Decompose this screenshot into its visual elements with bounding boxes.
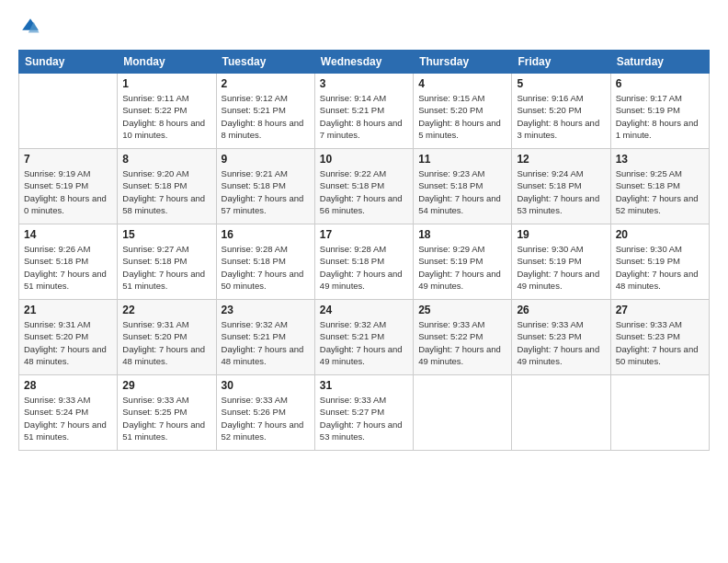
day-cell: 9 Sunrise: 9:21 AMSunset: 5:18 PMDayligh… [216, 149, 314, 224]
day-number: 30 [222, 379, 310, 392]
calendar-body: 1 Sunrise: 9:11 AMSunset: 5:22 PMDayligh… [19, 74, 710, 451]
day-cell: 6 Sunrise: 9:17 AMSunset: 5:19 PMDayligh… [610, 74, 709, 149]
day-cell: 30 Sunrise: 9:33 AMSunset: 5:26 PMDaylig… [216, 375, 314, 451]
day-info: Sunrise: 9:33 AMSunset: 5:22 PMDaylight:… [418, 318, 506, 367]
day-info: Sunrise: 9:17 AMSunset: 5:19 PMDaylight:… [616, 92, 704, 141]
week-row-4: 21 Sunrise: 9:31 AMSunset: 5:20 PMDaylig… [19, 300, 710, 375]
day-number: 2 [222, 77, 310, 90]
week-row-5: 28 Sunrise: 9:33 AMSunset: 5:24 PMDaylig… [19, 375, 710, 451]
day-info: Sunrise: 9:15 AMSunset: 5:20 PMDaylight:… [418, 92, 506, 141]
day-info: Sunrise: 9:20 AMSunset: 5:18 PMDaylight:… [122, 167, 210, 216]
day-cell [414, 375, 512, 451]
day-info: Sunrise: 9:25 AMSunset: 5:18 PMDaylight:… [616, 167, 704, 216]
day-info: Sunrise: 9:33 AMSunset: 5:23 PMDaylight:… [517, 318, 605, 367]
day-info: Sunrise: 9:30 AMSunset: 5:19 PMDaylight:… [517, 243, 605, 292]
day-number: 12 [517, 153, 605, 166]
day-number: 15 [122, 228, 210, 241]
header-cell-tuesday: Tuesday [216, 51, 314, 74]
day-number: 11 [418, 153, 506, 166]
day-cell: 20 Sunrise: 9:30 AMSunset: 5:19 PMDaylig… [610, 224, 709, 300]
day-number: 22 [122, 304, 210, 316]
day-cell: 28 Sunrise: 9:33 AMSunset: 5:24 PMDaylig… [19, 375, 118, 451]
day-info: Sunrise: 9:33 AMSunset: 5:23 PMDaylight:… [616, 318, 704, 367]
header-cell-thursday: Thursday [414, 51, 512, 74]
calendar: SundayMondayTuesdayWednesdayThursdayFrid… [18, 50, 710, 451]
day-number: 16 [222, 228, 310, 241]
day-cell: 19 Sunrise: 9:30 AMSunset: 5:19 PMDaylig… [512, 224, 610, 300]
day-cell: 25 Sunrise: 9:33 AMSunset: 5:22 PMDaylig… [414, 300, 512, 375]
day-cell: 16 Sunrise: 9:28 AMSunset: 5:18 PMDaylig… [216, 224, 314, 300]
day-number: 5 [517, 77, 605, 90]
day-number: 18 [418, 228, 506, 241]
day-cell: 22 Sunrise: 9:31 AMSunset: 5:20 PMDaylig… [118, 300, 216, 375]
day-info: Sunrise: 9:33 AMSunset: 5:24 PMDaylight:… [24, 394, 112, 442]
day-number: 28 [24, 379, 112, 392]
day-cell: 23 Sunrise: 9:32 AMSunset: 5:21 PMDaylig… [216, 300, 314, 375]
day-number: 7 [24, 153, 112, 166]
day-cell: 13 Sunrise: 9:25 AMSunset: 5:18 PMDaylig… [610, 149, 709, 224]
day-number: 26 [517, 304, 605, 316]
day-number: 21 [24, 304, 112, 316]
day-cell: 24 Sunrise: 9:32 AMSunset: 5:21 PMDaylig… [314, 300, 413, 375]
day-cell: 18 Sunrise: 9:29 AMSunset: 5:19 PMDaylig… [414, 224, 512, 300]
day-cell: 29 Sunrise: 9:33 AMSunset: 5:25 PMDaylig… [118, 375, 216, 451]
day-number: 8 [122, 153, 210, 166]
day-cell: 4 Sunrise: 9:15 AMSunset: 5:20 PMDayligh… [414, 74, 512, 149]
logo-icon [20, 17, 40, 37]
day-info: Sunrise: 9:29 AMSunset: 5:19 PMDaylight:… [418, 243, 506, 292]
day-cell: 21 Sunrise: 9:31 AMSunset: 5:20 PMDaylig… [19, 300, 118, 375]
day-cell: 7 Sunrise: 9:19 AMSunset: 5:19 PMDayligh… [19, 149, 118, 224]
week-row-2: 7 Sunrise: 9:19 AMSunset: 5:19 PMDayligh… [19, 149, 710, 224]
day-cell: 2 Sunrise: 9:12 AMSunset: 5:21 PMDayligh… [216, 74, 314, 149]
day-info: Sunrise: 9:33 AMSunset: 5:25 PMDaylight:… [122, 394, 210, 442]
day-number: 9 [222, 153, 310, 166]
calendar-header-row: SundayMondayTuesdayWednesdayThursdayFrid… [19, 51, 710, 74]
day-info: Sunrise: 9:33 AMSunset: 5:27 PMDaylight:… [320, 394, 408, 442]
day-cell: 8 Sunrise: 9:20 AMSunset: 5:18 PMDayligh… [118, 149, 216, 224]
day-number: 10 [320, 153, 408, 166]
day-number: 19 [517, 228, 605, 241]
page: SundayMondayTuesdayWednesdayThursdayFrid… [0, 0, 728, 563]
day-number: 14 [24, 228, 112, 241]
day-cell [19, 74, 118, 149]
day-number: 27 [616, 304, 704, 316]
header [18, 17, 710, 40]
day-cell: 17 Sunrise: 9:28 AMSunset: 5:18 PMDaylig… [314, 224, 413, 300]
header-cell-sunday: Sunday [19, 51, 118, 74]
day-info: Sunrise: 9:28 AMSunset: 5:18 PMDaylight:… [320, 243, 408, 292]
week-row-1: 1 Sunrise: 9:11 AMSunset: 5:22 PMDayligh… [19, 74, 710, 149]
day-info: Sunrise: 9:19 AMSunset: 5:19 PMDaylight:… [24, 167, 112, 216]
header-cell-monday: Monday [118, 51, 216, 74]
day-info: Sunrise: 9:22 AMSunset: 5:18 PMDaylight:… [320, 167, 408, 216]
day-number: 3 [320, 77, 408, 90]
day-number: 20 [616, 228, 704, 241]
day-cell [512, 375, 610, 451]
header-cell-wednesday: Wednesday [314, 51, 413, 74]
day-number: 23 [222, 304, 310, 316]
day-info: Sunrise: 9:23 AMSunset: 5:18 PMDaylight:… [418, 167, 506, 216]
day-number: 25 [418, 304, 506, 316]
day-info: Sunrise: 9:27 AMSunset: 5:18 PMDaylight:… [122, 243, 210, 292]
day-cell: 3 Sunrise: 9:14 AMSunset: 5:21 PMDayligh… [314, 74, 413, 149]
day-number: 13 [616, 153, 704, 166]
day-cell: 27 Sunrise: 9:33 AMSunset: 5:23 PMDaylig… [610, 300, 709, 375]
day-number: 31 [320, 379, 408, 392]
day-number: 17 [320, 228, 408, 241]
day-cell: 5 Sunrise: 9:16 AMSunset: 5:20 PMDayligh… [512, 74, 610, 149]
day-cell: 10 Sunrise: 9:22 AMSunset: 5:18 PMDaylig… [314, 149, 413, 224]
header-cell-friday: Friday [512, 51, 610, 74]
day-info: Sunrise: 9:21 AMSunset: 5:18 PMDaylight:… [222, 167, 310, 216]
day-info: Sunrise: 9:11 AMSunset: 5:22 PMDaylight:… [122, 92, 210, 141]
day-info: Sunrise: 9:31 AMSunset: 5:20 PMDaylight:… [24, 318, 112, 367]
day-number: 4 [418, 77, 506, 90]
logo [18, 17, 42, 40]
day-cell [610, 375, 709, 451]
day-info: Sunrise: 9:24 AMSunset: 5:18 PMDaylight:… [517, 167, 605, 216]
week-row-3: 14 Sunrise: 9:26 AMSunset: 5:18 PMDaylig… [19, 224, 710, 300]
day-cell: 15 Sunrise: 9:27 AMSunset: 5:18 PMDaylig… [118, 224, 216, 300]
day-info: Sunrise: 9:32 AMSunset: 5:21 PMDaylight:… [222, 318, 310, 367]
day-cell: 31 Sunrise: 9:33 AMSunset: 5:27 PMDaylig… [314, 375, 413, 451]
day-info: Sunrise: 9:16 AMSunset: 5:20 PMDaylight:… [517, 92, 605, 141]
day-cell: 12 Sunrise: 9:24 AMSunset: 5:18 PMDaylig… [512, 149, 610, 224]
day-cell: 1 Sunrise: 9:11 AMSunset: 5:22 PMDayligh… [118, 74, 216, 149]
